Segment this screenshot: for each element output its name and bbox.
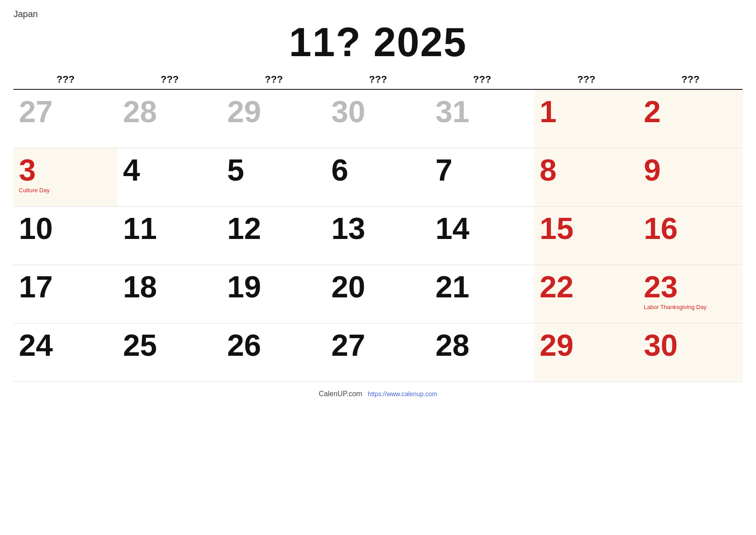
day-cell: 7 — [430, 148, 534, 206]
weekday-header-5: ??? — [534, 69, 638, 89]
day-cell: 29 — [222, 89, 326, 148]
country-label: Japan — [13, 9, 743, 19]
footer-url: https://www.calenup.com — [368, 390, 437, 398]
day-cell: 15 — [534, 206, 638, 265]
day-number: 18 — [123, 271, 217, 302]
day-number: 5 — [227, 155, 321, 185]
weekday-header-4: ??? — [430, 69, 534, 89]
day-cell: 30 — [326, 89, 430, 148]
day-number: 1 — [540, 96, 634, 127]
day-number: 11 — [123, 213, 217, 243]
day-number: 16 — [644, 213, 738, 243]
day-cell: 12 — [222, 206, 326, 265]
day-number: 9 — [644, 155, 738, 185]
day-cell: 29 — [534, 323, 638, 381]
day-cell: 25 — [118, 323, 222, 381]
holiday-label: Culture Day — [19, 187, 113, 194]
day-number: 30 — [644, 330, 738, 360]
day-cell: 27 — [13, 89, 118, 148]
day-number: 8 — [540, 155, 634, 185]
day-cell: 20 — [326, 265, 430, 323]
day-cell: 1 — [534, 89, 638, 148]
week-row-4: 24252627282930 — [13, 323, 743, 381]
day-number: 15 — [540, 213, 634, 243]
day-number: 21 — [435, 271, 530, 302]
day-cell: 26 — [222, 323, 326, 381]
day-cell: 28 — [118, 89, 222, 148]
week-row-2: 10111213141516 — [13, 206, 743, 265]
day-number: 27 — [19, 96, 113, 127]
calendar-title: 11? 2025 — [13, 20, 743, 65]
week-row-3: 17181920212223Labor Thanksgiving Day — [13, 265, 743, 323]
day-cell: 2 — [638, 89, 743, 148]
day-number: 24 — [19, 330, 113, 360]
day-number: 6 — [331, 155, 426, 185]
day-cell: 4 — [118, 148, 222, 206]
day-cell: 6 — [326, 148, 430, 206]
day-number: 3 — [19, 155, 113, 185]
day-number: 7 — [435, 155, 530, 185]
weekday-header-row: ????????????????????? — [13, 69, 743, 89]
day-cell: 18 — [118, 265, 222, 323]
day-number: 30 — [331, 96, 426, 127]
day-number: 2 — [644, 96, 738, 127]
weekday-header-2: ??? — [222, 69, 326, 89]
day-cell: 11 — [118, 206, 222, 265]
calendar-page: Japan 11? 2025 ????????????????????? 272… — [0, 0, 756, 535]
day-cell: 16 — [638, 206, 743, 265]
day-cell: 13 — [326, 206, 430, 265]
holiday-label: Labor Thanksgiving Day — [644, 304, 738, 310]
weekday-header-0: ??? — [13, 69, 118, 89]
week-row-1: 3Culture Day456789 — [13, 148, 743, 206]
day-cell: 30 — [638, 323, 743, 381]
weekday-header-1: ??? — [118, 69, 222, 89]
day-cell: 31 — [430, 89, 534, 148]
day-cell: 17 — [13, 265, 118, 323]
day-number: 28 — [123, 96, 217, 127]
day-cell: 21 — [430, 265, 534, 323]
day-number: 10 — [19, 213, 113, 243]
day-cell: 5 — [222, 148, 326, 206]
day-cell: 8 — [534, 148, 638, 206]
day-number: 22 — [540, 271, 634, 302]
day-number: 12 — [227, 213, 321, 243]
calendar-table: ????????????????????? 2728293031123Cultu… — [13, 69, 743, 382]
day-number: 23 — [644, 271, 738, 302]
day-cell: 24 — [13, 323, 118, 381]
day-number: 27 — [331, 330, 426, 360]
day-number: 4 — [123, 155, 217, 185]
day-cell: 10 — [13, 206, 118, 265]
day-cell: 23Labor Thanksgiving Day — [638, 265, 743, 323]
day-number: 29 — [540, 330, 634, 360]
day-cell: 3Culture Day — [13, 148, 118, 206]
day-cell: 19 — [222, 265, 326, 323]
day-number: 29 — [227, 96, 321, 127]
day-number: 13 — [331, 213, 426, 243]
day-cell: 9 — [638, 148, 743, 206]
day-number: 17 — [19, 271, 113, 302]
day-cell: 27 — [326, 323, 430, 381]
day-cell: 22 — [534, 265, 638, 323]
weekday-header-3: ??? — [326, 69, 430, 89]
weekday-header-6: ??? — [638, 69, 743, 89]
day-number: 19 — [227, 271, 321, 302]
day-number: 14 — [435, 213, 530, 243]
week-row-0: 272829303112 — [13, 89, 743, 148]
footer: CalenUP.com https://www.calenup.com — [13, 390, 743, 398]
day-number: 28 — [435, 330, 530, 360]
day-cell: 14 — [430, 206, 534, 265]
day-number: 20 — [331, 271, 426, 302]
day-number: 26 — [227, 330, 321, 360]
day-number: 25 — [123, 330, 217, 360]
day-cell: 28 — [430, 323, 534, 381]
day-number: 31 — [435, 96, 530, 127]
footer-site: CalenUP.com — [319, 390, 362, 398]
